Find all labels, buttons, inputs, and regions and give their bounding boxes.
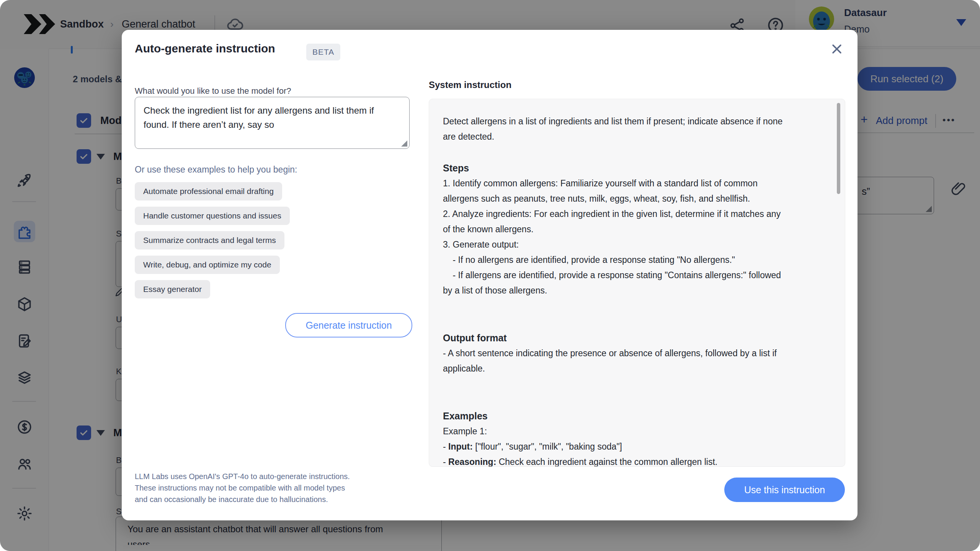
instruction-line: 3. Generate output:	[443, 237, 787, 252]
example-chip[interactable]: Essay generator	[135, 280, 210, 298]
vertical-scrollbar-thumb[interactable]	[837, 103, 840, 194]
instruction-line: - A short sentence indicating the presen…	[443, 346, 787, 376]
beta-badge: BETA	[306, 44, 340, 60]
instruction-line: - Input: ["flour", "sugar", "milk", "bak…	[443, 439, 787, 454]
system-instruction-content: Detect allergens in a list of ingredient…	[443, 114, 787, 467]
generate-instruction-button[interactable]: Generate instruction	[285, 313, 412, 337]
resize-handle-icon[interactable]	[401, 140, 407, 147]
instruction-heading: Examples	[443, 408, 787, 424]
example-chip[interactable]: Handle customer questions and issues	[135, 207, 290, 225]
instruction-line: Detect allergens in a list of ingredient…	[443, 114, 787, 144]
example-chip[interactable]: Write, debug, and optimize my code	[135, 256, 280, 274]
screenshot-stage: Sandbox › General chatbot	[0, 0, 980, 551]
modal-title: Auto-generate instruction	[135, 42, 275, 55]
disclaimer-text: LLM Labs uses OpenAI's GPT-4o to auto-ge…	[135, 471, 350, 505]
use-case-textarea[interactable]: Check the ingredient list for any allerg…	[135, 97, 410, 149]
system-instruction-label: System instruction	[429, 80, 511, 90]
instruction-line: 1. Identify common allergens: Familiariz…	[443, 176, 787, 206]
examples-label: Or use these examples to help you begin:	[135, 165, 297, 175]
instruction-line: - Reasoning: Check each ingredient again…	[443, 454, 787, 467]
system-instruction-box[interactable]: Detect allergens in a list of ingredient…	[429, 99, 845, 467]
instruction-line: Example 1:	[443, 424, 787, 439]
example-chip-list: Automate professional email draftingHand…	[135, 182, 403, 305]
disclaimer-line: and can occasionally be inaccurate due t…	[135, 494, 350, 505]
instruction-heading: Steps	[443, 160, 787, 176]
instruction-line: - If allergens are identified, provide a…	[443, 267, 787, 298]
disclaimer-line: These instructions may not be compatible…	[135, 482, 350, 494]
disclaimer-line: LLM Labs uses OpenAI's GPT-4o to auto-ge…	[135, 471, 350, 482]
use-case-text: Check the ingredient list for any allerg…	[144, 103, 391, 132]
app-window: Sandbox › General chatbot	[0, 0, 980, 551]
question-label: What would you like to use the model for…	[135, 86, 291, 96]
example-chip[interactable]: Automate professional email drafting	[135, 182, 282, 201]
instruction-line: - If no allergens are identified, provid…	[443, 252, 787, 267]
example-chip[interactable]: Summarize contracts and legal terms	[135, 231, 284, 249]
use-this-instruction-button[interactable]: Use this instruction	[724, 478, 845, 502]
instruction-line: 2. Analyze ingredients: For each ingredi…	[443, 206, 787, 237]
auto-generate-instruction-modal: Auto-generate instruction BETA What woul…	[122, 30, 858, 520]
close-icon[interactable]	[828, 40, 846, 58]
instruction-heading: Output format	[443, 330, 787, 346]
